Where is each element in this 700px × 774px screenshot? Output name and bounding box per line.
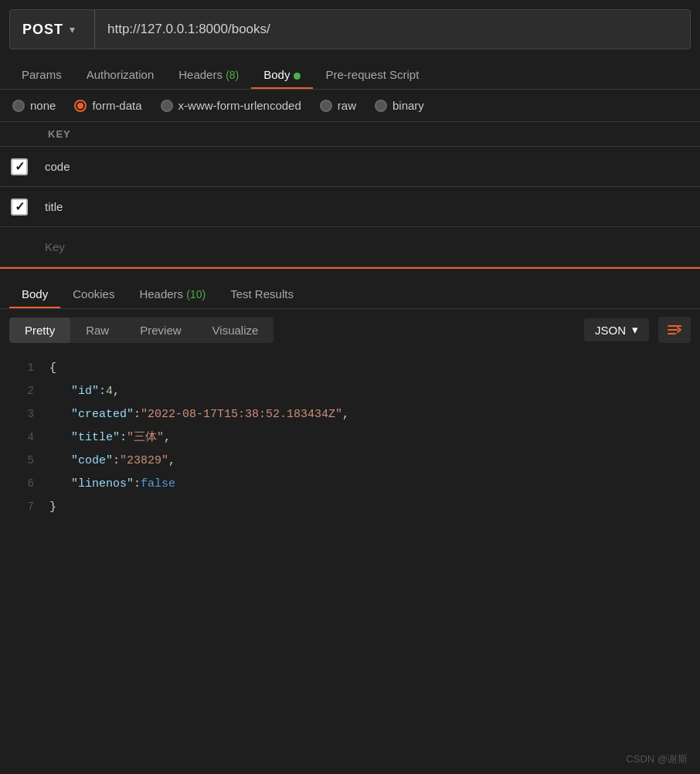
line-number: 3 <box>9 403 34 425</box>
json-key: "code" <box>71 450 113 473</box>
format-select[interactable]: JSON ▾ <box>584 318 649 341</box>
watermark: CSDN @谢斯 <box>626 752 688 766</box>
form-row-check-2[interactable] <box>0 238 39 256</box>
response-section: BodyCookiesHeaders (10)Test Results Pret… <box>0 267 700 528</box>
radio-binary[interactable]: binary <box>375 99 424 112</box>
method-label: POST <box>22 22 63 38</box>
line-number: 6 <box>9 473 34 494</box>
json-line: 5"code": "23829", <box>9 450 691 473</box>
table-row: Key <box>0 227 700 267</box>
table-row: code <box>0 147 700 187</box>
format-chevron-icon: ▾ <box>632 323 638 337</box>
response-tabs-row: BodyCookiesHeaders (10)Test Results <box>0 269 700 309</box>
json-comma: , <box>342 403 349 426</box>
radio-circle-x-www-form-urlencoded <box>161 100 173 112</box>
json-key: "title" <box>71 426 120 450</box>
json-colon: : <box>120 426 127 450</box>
radio-label-binary: binary <box>392 99 424 112</box>
url-input[interactable] <box>95 22 690 37</box>
json-line: 2"id": 4, <box>9 380 691 403</box>
json-comma: , <box>164 426 171 450</box>
form-key-col-header: KEY <box>48 128 691 140</box>
wrap-btn[interactable] <box>658 317 691 343</box>
json-line: 4"title": "三体", <box>9 426 691 450</box>
format-label: JSON <box>595 324 626 337</box>
json-key: "linenos" <box>71 473 134 496</box>
json-line: 7} <box>9 496 691 519</box>
method-chevron-icon: ▾ <box>70 23 75 36</box>
tab-body[interactable]: Body <box>251 60 313 89</box>
checkbox-0[interactable] <box>11 158 28 175</box>
json-colon: : <box>134 403 141 426</box>
json-comma: , <box>168 450 175 473</box>
json-viewer: 1{2"id": 4,3"created": "2022-08-17T15:38… <box>0 351 700 528</box>
json-line: 6"linenos": false <box>9 473 691 496</box>
form-row-check-0[interactable] <box>0 149 39 185</box>
radio-label-none: none <box>30 99 56 112</box>
json-value: false <box>141 473 175 496</box>
tab-pre-request[interactable]: Pre-request Script <box>313 60 431 89</box>
json-comma: , <box>113 380 120 403</box>
table-row: title <box>0 187 700 227</box>
radio-label-x-www-form-urlencoded: x-www-form-urlencoded <box>178 99 301 112</box>
response-tab-headers[interactable]: Headers (10) <box>127 280 218 308</box>
view-btn-group: PrettyRawPreviewVisualize <box>9 317 274 343</box>
form-rows-container: codetitleKey <box>0 147 700 267</box>
json-line: 1{ <box>9 357 691 380</box>
view-btn-pretty[interactable]: Pretty <box>9 317 70 343</box>
json-value: "三体" <box>127 426 164 450</box>
json-value: "23829" <box>120 450 168 473</box>
brace-open: { <box>49 357 56 380</box>
form-table-header: KEY <box>0 122 700 147</box>
view-toolbar: PrettyRawPreviewVisualize JSON ▾ <box>0 309 700 351</box>
brace-close: } <box>49 496 56 519</box>
method-select[interactable]: POST ▾ <box>10 10 95 49</box>
response-tab-body[interactable]: Body <box>9 280 60 308</box>
radio-circle-binary <box>375 100 387 112</box>
tab-headers[interactable]: Headers (8) <box>166 60 251 89</box>
form-row-key-0: code <box>39 151 700 182</box>
radio-form-data[interactable]: form-data <box>74 99 141 112</box>
radio-circle-form-data <box>74 100 87 112</box>
radio-label-form-data: form-data <box>92 99 141 112</box>
radio-x-www-form-urlencoded[interactable]: x-www-form-urlencoded <box>161 99 301 112</box>
line-number: 7 <box>9 496 34 518</box>
response-tab-test-results[interactable]: Test Results <box>218 280 306 308</box>
body-type-row: noneform-datax-www-form-urlencodedrawbin… <box>0 90 700 122</box>
form-row-key-1: title <box>39 191 700 222</box>
view-btn-preview[interactable]: Preview <box>124 317 196 343</box>
radio-label-raw: raw <box>338 99 356 112</box>
radio-circle-none <box>12 100 25 112</box>
json-line: 3"created": "2022-08-17T15:38:52.183434Z… <box>9 403 691 426</box>
line-number: 4 <box>9 426 34 448</box>
response-tab-cookies[interactable]: Cookies <box>60 280 127 308</box>
url-bar: POST ▾ <box>9 9 691 49</box>
line-number: 5 <box>9 450 34 471</box>
checkbox-1[interactable] <box>11 199 28 216</box>
view-btn-visualize[interactable]: Visualize <box>197 317 274 343</box>
tab-authorization[interactable]: Authorization <box>74 60 167 89</box>
radio-none[interactable]: none <box>12 99 56 112</box>
radio-circle-raw <box>320 100 332 112</box>
line-number: 2 <box>9 380 34 402</box>
view-btn-raw[interactable]: Raw <box>70 317 124 343</box>
json-colon: : <box>99 380 106 403</box>
json-key: "created" <box>71 403 134 426</box>
json-colon: : <box>134 473 141 496</box>
radio-raw[interactable]: raw <box>320 99 356 112</box>
form-row-check-1[interactable] <box>0 189 39 225</box>
json-value: 4 <box>106 380 113 403</box>
request-tabs-row: ParamsAuthorizationHeaders (8)BodyPre-re… <box>0 53 700 90</box>
line-number: 1 <box>9 357 34 379</box>
json-value: "2022-08-17T15:38:52.183434Z" <box>141 403 342 426</box>
json-key: "id" <box>71 380 99 403</box>
form-row-key-2: Key <box>39 231 700 263</box>
tab-params[interactable]: Params <box>9 60 74 89</box>
json-colon: : <box>113 450 120 473</box>
